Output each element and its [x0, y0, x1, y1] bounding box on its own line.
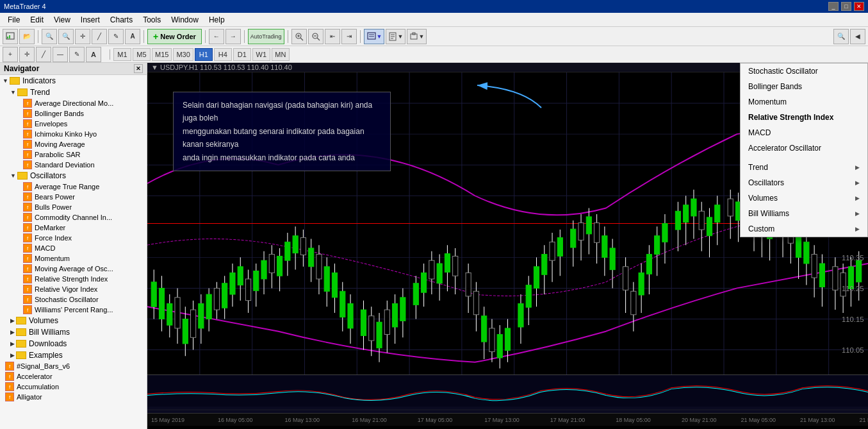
tf-h1[interactable]: H1 — [195, 48, 213, 61]
chart-area[interactable]: ▼ USDJPY.H1 110.53 110.53 110.40 110.40 — [147, 63, 868, 429]
menu-help[interactable]: Help — [204, 14, 230, 26]
menu-edit[interactable]: Edit — [25, 14, 49, 26]
pencil-button[interactable]: ✎ — [108, 29, 124, 44]
nav-item-force[interactable]: f Force Index — [8, 233, 147, 243]
scroll-left-button[interactable]: ⇤ — [325, 29, 340, 44]
window-controls[interactable]: _ □ ✕ — [828, 2, 864, 11]
zoom-out-button[interactable]: 🔍 — [58, 29, 74, 44]
svg-rect-102 — [393, 303, 398, 327]
back-button[interactable]: ◀ — [850, 29, 865, 44]
dd-item-momentum[interactable]: Momentum — [741, 94, 867, 110]
nav-item-demarker[interactable]: f DeMarker — [8, 223, 147, 233]
tf-d1[interactable]: D1 — [233, 48, 251, 61]
tf-mn[interactable]: MN — [272, 48, 290, 61]
crosshair-tb[interactable]: ✛ — [19, 47, 35, 62]
nav-item-rvi[interactable]: f Relative Vigor Index — [8, 284, 147, 294]
svg-rect-116 — [453, 256, 458, 276]
screenshot-button[interactable]: ▼ — [407, 29, 427, 44]
tf-m1[interactable]: M1 — [113, 48, 131, 61]
arrow-left-button[interactable]: ← — [209, 29, 224, 44]
indicator-list-button[interactable]: ▼ — [364, 29, 385, 44]
nav-item-maoo[interactable]: f Moving Average of Osc... — [8, 264, 147, 274]
menu-tools[interactable]: Tools — [138, 14, 166, 26]
line-button[interactable]: ╱ — [92, 29, 107, 44]
nav-item-psar[interactable]: f Parabolic SAR — [8, 149, 147, 160]
nav-item-cci[interactable]: f Commodity Channel In... — [8, 212, 147, 223]
nav-item-ichi[interactable]: f Ichimoku Kinko Hyo — [8, 129, 147, 139]
menu-window[interactable]: Window — [166, 14, 204, 26]
nav-oscillators-header[interactable]: ▼ Oscillators — [8, 170, 147, 181]
dd-item-trend[interactable]: Trend ▶ — [741, 160, 867, 175]
nav-close-icon[interactable]: ✕ — [134, 64, 143, 73]
nav-indicators-header[interactable]: ▼ Indicators — [0, 75, 147, 87]
nav-item-rsi[interactable]: f Relative Strength Index — [8, 274, 147, 284]
nav-item-icon-accumulation: f — [5, 382, 14, 391]
dd-item-bollinger[interactable]: Bollinger Bands — [741, 79, 867, 94]
dd-item-accelerator[interactable]: Accelerator Oscillator — [741, 140, 867, 156]
text-tb[interactable]: A — [86, 47, 101, 62]
menu-file[interactable]: File — [3, 14, 25, 26]
dd-item-custom[interactable]: Custom ▶ — [741, 221, 867, 237]
tf-w1[interactable]: W1 — [252, 48, 270, 61]
menu-charts[interactable]: Charts — [105, 14, 138, 26]
tf-m15[interactable]: M15 — [152, 48, 172, 61]
tf-h4[interactable]: H4 — [214, 48, 232, 61]
chart-zoom-in-button[interactable] — [291, 29, 307, 44]
scroll-right-button[interactable]: ⇥ — [341, 29, 357, 44]
dd-item-macd[interactable]: MACD — [741, 125, 867, 140]
nav-item-ma[interactable]: f Moving Average — [8, 139, 147, 149]
dd-item-billwilliams[interactable]: Bill Williams ▶ — [741, 206, 867, 221]
dd-item-oscillators[interactable]: Oscillators ▶ — [741, 175, 867, 190]
tf-m30[interactable]: M30 — [173, 48, 193, 61]
nav-item-bears[interactable]: f Bears Power — [8, 192, 147, 202]
nav-item-accelerator[interactable]: f Accelerator — [0, 371, 147, 382]
tf-m5[interactable]: M5 — [133, 48, 151, 61]
nav-item-atr[interactable]: f Average True Range — [8, 181, 147, 192]
nav-examples-header[interactable]: ▶ Examples — [8, 349, 147, 361]
dd-item-stochastic[interactable]: Stochastic Oscillator — [741, 63, 867, 79]
dd-item-rsi[interactable]: Relative Strength Index — [741, 110, 867, 125]
chart-zoom-out-button[interactable] — [308, 29, 323, 44]
nav-item-env-label: Envelopes — [35, 120, 67, 128]
hline-tb[interactable]: — — [53, 47, 68, 62]
nav-item-accumulation[interactable]: f Accumulation — [0, 382, 147, 392]
text-button[interactable]: A — [125, 29, 140, 44]
template-button[interactable]: ▼ — [386, 29, 405, 44]
zoom-in-button[interactable]: 🔍 — [42, 29, 57, 44]
line-tb[interactable]: ╱ — [36, 47, 51, 62]
nav-item-wpr[interactable]: f Williams' Percent Rang... — [8, 305, 147, 315]
nav-item-sd[interactable]: f Standard Deviation — [8, 160, 147, 170]
nav-item-momentum[interactable]: f Momentum — [8, 253, 147, 264]
dd-item-volumes[interactable]: Volumes ▶ — [741, 190, 867, 206]
nav-item-ma-label: Moving Average — [35, 140, 85, 148]
new-order-button[interactable]: + New Order — [147, 29, 202, 44]
nav-item-macd[interactable]: f MACD — [8, 243, 147, 253]
svg-rect-78 — [293, 236, 298, 253]
nav-item-env[interactable]: f Envelopes — [8, 119, 147, 129]
menu-view[interactable]: View — [49, 14, 76, 26]
nav-volumes-header[interactable]: ▶ Volumes — [8, 315, 147, 326]
add-indicator-tb[interactable]: + — [3, 47, 18, 62]
nav-item-alligator[interactable]: f Alligator — [0, 392, 147, 402]
indicator-dropdown-menu[interactable]: Stochastic Oscillator Bollinger Bands Mo… — [740, 63, 868, 237]
menu-insert[interactable]: Insert — [76, 14, 105, 26]
arrow-right-button[interactable]: → — [225, 29, 241, 44]
open-button[interactable]: 📂 — [19, 29, 35, 44]
new-chart-button[interactable] — [3, 29, 18, 44]
nav-item-bulls[interactable]: f Bulls Power — [8, 202, 147, 212]
nav-item-bb[interactable]: f Bollinger Bands — [8, 108, 147, 119]
nav-downloads-header[interactable]: ▶ Downloads — [8, 338, 147, 349]
search-button[interactable]: 🔍 — [833, 29, 849, 44]
autotrading-button[interactable]: AutoTrading — [248, 29, 284, 44]
nav-bw-header[interactable]: ▶ Bill Williams — [8, 326, 147, 338]
minimize-button[interactable]: _ — [828, 2, 839, 11]
close-button[interactable]: ✕ — [854, 2, 864, 11]
nav-downloads-group: ▶ Downloads — [0, 338, 147, 349]
maximize-button[interactable]: □ — [841, 2, 851, 11]
nav-trend-header[interactable]: ▼ Trend — [8, 87, 147, 98]
pen-tb[interactable]: ✎ — [69, 47, 85, 62]
nav-item-signal[interactable]: f #Signal_Bars_v6 — [0, 361, 147, 371]
nav-item-stoch[interactable]: f Stochastic Oscillator — [8, 294, 147, 305]
nav-item-adm[interactable]: f Average Directional Mo... — [8, 98, 147, 108]
crosshair-button[interactable]: ✛ — [75, 29, 90, 44]
